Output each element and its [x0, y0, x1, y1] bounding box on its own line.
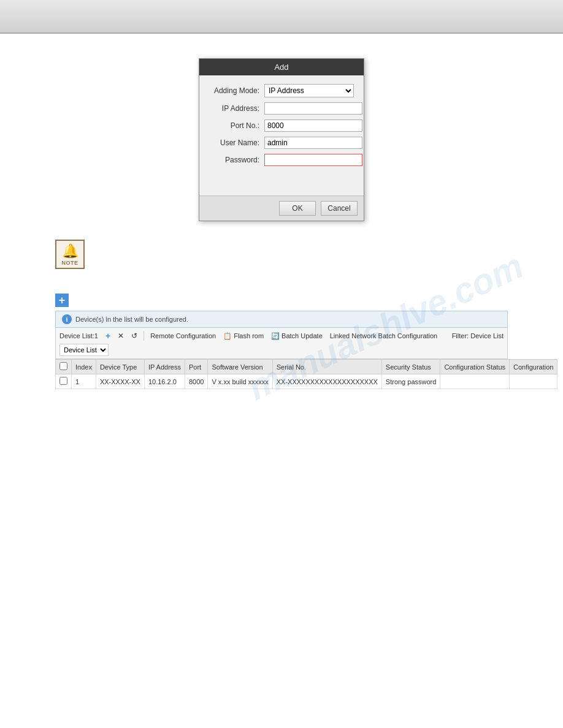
- note-label-text: NOTE: [61, 260, 78, 266]
- info-text: Device(s) in the list will be configured…: [75, 316, 188, 323]
- port-no-label: Port No.:: [209, 121, 264, 130]
- user-name-input[interactable]: [264, 137, 362, 149]
- toolbar-add-icon: +: [105, 331, 110, 341]
- dialog-footer: OK Cancel: [199, 195, 364, 221]
- th-configuration: Configuration: [510, 360, 557, 374]
- row-ip-address: 10.16.2.0: [144, 374, 185, 389]
- toolbar-add-button[interactable]: +: [103, 330, 113, 341]
- toolbar-refresh-icon: ↺: [131, 332, 137, 340]
- th-checkbox: [56, 360, 72, 374]
- password-row: Password:: [209, 154, 354, 166]
- th-software-version: Software Version: [208, 360, 272, 374]
- toolbar-linked-network-button[interactable]: Linked Network Batch Configuration: [327, 332, 440, 340]
- row-configuration: [510, 374, 557, 389]
- password-input[interactable]: [264, 154, 362, 166]
- note-section: 🔔 NOTE: [55, 240, 545, 269]
- user-name-row: User Name:: [209, 137, 354, 149]
- toolbar-batch-update-label: Batch Update: [282, 332, 323, 339]
- toolbar-remote-config-label: Remote Configuration: [150, 332, 216, 339]
- row-software-version: V x.xx build xxxxxx: [208, 374, 272, 389]
- adding-mode-label: Adding Mode:: [209, 86, 264, 95]
- port-no-row: Port No.:: [209, 119, 354, 132]
- device-table: Index Device Type IP Address Port Softwa…: [55, 359, 557, 389]
- table-row: 1 XX-XXXX-XX 10.16.2.0 8000 V x.xx build…: [56, 374, 557, 389]
- row-checkbox-0[interactable]: [59, 377, 67, 385]
- th-config-status: Configuration Status: [440, 360, 510, 374]
- adding-mode-select[interactable]: IP Address: [264, 84, 354, 97]
- th-index: Index: [72, 360, 96, 374]
- note-icon: 🔔 NOTE: [55, 240, 85, 269]
- add-btn-row: +: [55, 294, 508, 307]
- toolbar-sep-1: [144, 331, 144, 341]
- info-icon: i: [62, 314, 72, 324]
- row-index: 1: [72, 374, 96, 389]
- info-bar: i Device(s) in the list will be configur…: [55, 311, 508, 328]
- toolbar-flash-rom-button[interactable]: 📋 Flash rom: [221, 332, 266, 341]
- add-dialog: Add Adding Mode: IP Address IP Address:: [199, 58, 364, 221]
- toolbar-delete-icon: ✕: [118, 332, 124, 340]
- ip-address-label: IP Address:: [209, 104, 264, 113]
- row-security-status: Strong password: [381, 374, 440, 389]
- toolbar-flash-rom-label: Flash rom: [234, 332, 264, 339]
- password-label: Password:: [209, 156, 264, 164]
- select-all-checkbox[interactable]: [59, 362, 67, 370]
- th-security-status: Security Status: [381, 360, 440, 374]
- toolbar-linked-network-label: Linked Network Batch Configuration: [330, 332, 437, 339]
- dialog-body: Adding Mode: IP Address IP Address: Port…: [199, 75, 364, 189]
- filter-label: Filter: Device List: [452, 332, 504, 339]
- header-bar: [0, 0, 563, 34]
- toolbar-refresh-button[interactable]: ↺: [129, 331, 140, 341]
- th-serial-no: Serial No.: [272, 360, 381, 374]
- dialog-container: Add Adding Mode: IP Address IP Address:: [18, 58, 545, 221]
- device-toolbar: Device List:1 + ✕ ↺ Remote Configuration…: [55, 328, 508, 359]
- toolbar-delete-button[interactable]: ✕: [115, 331, 126, 341]
- ip-address-row: IP Address:: [209, 102, 354, 115]
- cancel-button[interactable]: Cancel: [321, 201, 358, 216]
- device-section: + i Device(s) in the list will be config…: [55, 294, 508, 389]
- add-device-button[interactable]: +: [55, 294, 69, 307]
- note-icon-inner: 🔔 NOTE: [55, 240, 85, 269]
- th-port: Port: [185, 360, 207, 374]
- row-port: 8000: [185, 374, 207, 389]
- ok-button[interactable]: OK: [279, 201, 316, 216]
- row-serial-no: XX-XXXXXXXXXXXXXXXXXXXX: [272, 374, 381, 389]
- note-bell-icon: 🔔: [62, 243, 79, 259]
- ip-address-input[interactable]: [264, 102, 362, 115]
- device-list-count-label: Device List:1: [59, 332, 98, 339]
- row-device-type: XX-XXXX-XX: [96, 374, 144, 389]
- row-config-status: [440, 374, 510, 389]
- th-ip-address: IP Address: [144, 360, 185, 374]
- th-device-type: Device Type: [96, 360, 144, 374]
- filter-select[interactable]: Device List: [59, 344, 109, 356]
- row-checkbox-cell: [56, 374, 72, 389]
- table-header-row: Index Device Type IP Address Port Softwa…: [56, 360, 557, 374]
- port-no-input[interactable]: [264, 119, 362, 132]
- dialog-title: Add: [199, 59, 364, 75]
- toolbar-batch-update-icon: 🔄: [271, 332, 280, 340]
- user-name-label: User Name:: [209, 138, 264, 147]
- adding-mode-row: Adding Mode: IP Address: [209, 84, 354, 97]
- toolbar-batch-update-button[interactable]: 🔄 Batch Update: [269, 332, 325, 341]
- toolbar-remote-config-button[interactable]: Remote Configuration: [148, 332, 218, 340]
- toolbar-flash-rom-icon: 📋: [223, 332, 232, 340]
